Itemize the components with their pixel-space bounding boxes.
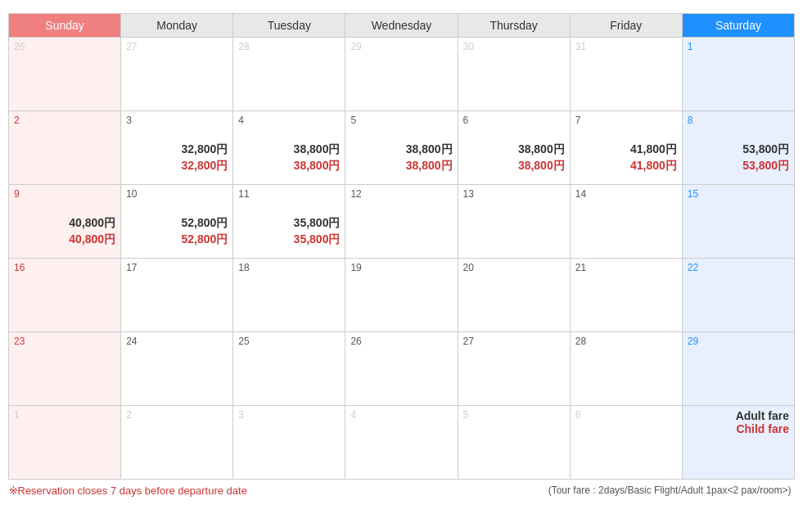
footer-right: (Tour fare : 2days/Basic Flight/Adult 1p… <box>458 480 794 499</box>
day-number: 6 <box>463 115 565 126</box>
day-number: 2 <box>126 409 228 421</box>
calendar-cell: Adult fareChild fare <box>682 406 794 480</box>
adult-price: 38,800円 <box>238 142 340 157</box>
calendar-header-row: SundayMondayTuesdayWednesdayThursdayFrid… <box>9 14 795 38</box>
week-row-5: 123456Adult fareChild fare <box>9 406 795 480</box>
day-number: 1 <box>14 409 115 421</box>
child-price: 52,800円 <box>126 232 228 247</box>
calendar-cell: 6 <box>570 406 682 480</box>
day-number: 25 <box>238 336 340 347</box>
day-number: 31 <box>575 41 677 52</box>
week-row-4: 23242526272829 <box>9 332 795 406</box>
day-number: 26 <box>14 41 115 52</box>
calendar-cell: 3 <box>233 406 345 480</box>
day-number: 12 <box>350 188 452 200</box>
column-header-sunday: Sunday <box>9 14 121 38</box>
day-number: 5 <box>350 115 452 126</box>
day-number: 7 <box>575 115 677 126</box>
day-number: 27 <box>463 336 565 347</box>
day-number: 16 <box>14 262 115 273</box>
calendar-cell: 17 <box>121 259 233 332</box>
calendar-cell: 5 <box>458 406 570 480</box>
day-number: 29 <box>350 41 452 52</box>
column-header-friday: Friday <box>570 14 682 38</box>
adult-price: 38,800円 <box>463 142 565 157</box>
day-number: 18 <box>238 262 340 273</box>
day-number: 28 <box>238 41 340 52</box>
calendar-cell: 940,800円40,800円 <box>9 185 121 259</box>
day-number: 11 <box>238 188 340 200</box>
calendar-cell: 15 <box>682 185 794 259</box>
day-number: 2 <box>14 115 115 126</box>
calendar-cell: 30 <box>458 38 570 111</box>
column-header-saturday: Saturday <box>682 14 794 38</box>
footer-row: ※Reservation closes 7 days before depart… <box>9 480 795 499</box>
adult-price: 52,800円 <box>126 216 228 231</box>
calendar-cell: 27 <box>121 38 233 111</box>
calendar-cell: 25 <box>233 332 345 406</box>
day-number: 15 <box>688 188 789 200</box>
calendar-cell: 16 <box>9 259 121 332</box>
calendar-cell: 13 <box>458 185 570 259</box>
calendar-cell: 28 <box>570 332 682 406</box>
adult-price: 38,800円 <box>350 142 452 157</box>
calendar-cell: 28 <box>233 38 345 111</box>
day-number: 4 <box>238 115 340 126</box>
day-number: 10 <box>126 188 228 200</box>
child-price: 40,800円 <box>14 232 115 247</box>
day-number: 19 <box>350 262 452 273</box>
calendar-cell: 31 <box>570 38 682 111</box>
calendar-cell: 4 <box>345 406 458 480</box>
day-number: 23 <box>14 336 115 347</box>
day-number: 3 <box>126 115 228 126</box>
calendar-cell: 18 <box>233 259 345 332</box>
calendar-cell: 22 <box>682 259 794 332</box>
day-number: 5 <box>463 409 565 421</box>
calendar-table: SundayMondayTuesdayWednesdayThursdayFrid… <box>8 13 795 498</box>
adult-price: 53,800円 <box>688 142 789 157</box>
child-price: 32,800円 <box>126 159 228 174</box>
calendar-cell: 438,800円38,800円 <box>233 111 345 185</box>
day-number: 27 <box>126 41 228 52</box>
week-row-3: 16171819202122 <box>9 259 795 332</box>
day-number: 26 <box>350 336 452 347</box>
child-price: 38,800円 <box>350 159 452 174</box>
adult-price: 32,800円 <box>126 142 228 157</box>
calendar-cell: 1135,800円35,800円 <box>233 185 345 259</box>
column-header-monday: Monday <box>121 14 233 38</box>
day-number: 29 <box>688 336 789 347</box>
column-header-tuesday: Tuesday <box>233 14 345 38</box>
calendar-cell: 20 <box>458 259 570 332</box>
child-price: 38,800円 <box>463 159 565 174</box>
day-number: 14 <box>575 188 677 200</box>
calendar-cell: 1 <box>9 406 121 480</box>
calendar-cell: 741,800円41,800円 <box>570 111 682 185</box>
child-price: 38,800円 <box>238 159 340 174</box>
day-number: 13 <box>463 188 565 200</box>
day-number: 24 <box>126 336 228 347</box>
day-number: 28 <box>575 336 677 347</box>
column-header-thursday: Thursday <box>458 14 570 38</box>
calendar-cell: 332,800円32,800円 <box>121 111 233 185</box>
footer-left: ※Reservation closes 7 days before depart… <box>9 480 458 499</box>
child-price: 41,800円 <box>575 159 677 174</box>
day-number: 4 <box>350 409 452 421</box>
calendar-cell: 2 <box>121 406 233 480</box>
column-header-wednesday: Wednesday <box>345 14 458 38</box>
calendar-cell: 21 <box>570 259 682 332</box>
legend-adult-label: Adult fare <box>688 409 789 422</box>
calendar-cell: 538,800円38,800円 <box>345 111 458 185</box>
child-price: 53,800円 <box>688 159 789 174</box>
calendar-cell: 638,800円38,800円 <box>458 111 570 185</box>
calendar-cell: 12 <box>345 185 458 259</box>
day-number: 21 <box>575 262 677 273</box>
calendar-cell: 14 <box>570 185 682 259</box>
week-row-0: 2627282930311 <box>9 38 795 111</box>
day-number: 1 <box>688 41 789 52</box>
day-number: 17 <box>126 262 228 273</box>
legend-child-label: Child fare <box>688 422 789 435</box>
calendar-cell: 26 <box>345 332 458 406</box>
adult-price: 41,800円 <box>575 142 677 157</box>
week-row-1: 2332,800円32,800円438,800円38,800円538,800円3… <box>9 111 795 185</box>
calendar-cell: 2 <box>9 111 121 185</box>
